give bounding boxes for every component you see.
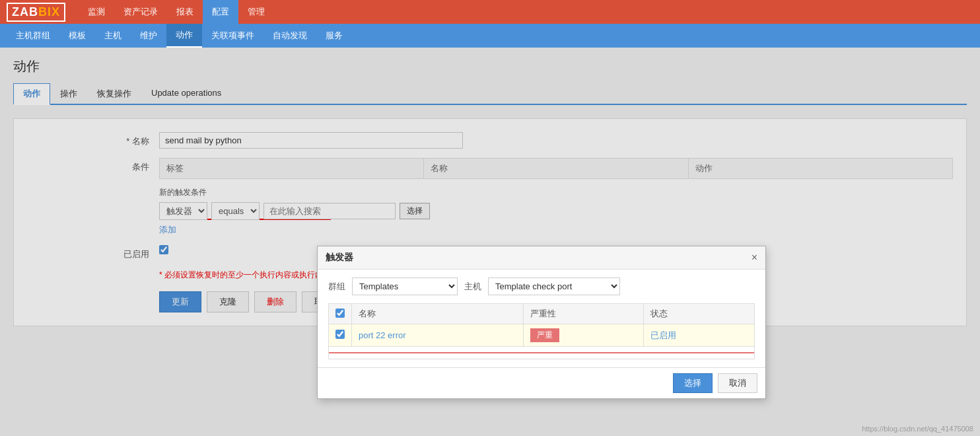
- modal-header: 触发器 ×: [318, 246, 765, 270]
- row-checkbox-cell: [329, 324, 352, 347]
- page-content: 动作 动作 操作 恢复操作 Update operations * 名称 条件 …: [0, 48, 980, 436]
- col-checkbox: [329, 304, 352, 324]
- select-all-checkbox[interactable]: [335, 309, 345, 318]
- modal-close-button[interactable]: ×: [752, 252, 757, 263]
- nav-hosts[interactable]: 主机: [95, 24, 131, 48]
- col-trigger-name: 名称: [352, 304, 524, 324]
- col-status: 状态: [643, 304, 754, 324]
- group-label: 群组: [328, 281, 345, 293]
- nav-maintenance[interactable]: 维护: [131, 24, 166, 48]
- modal-red-line: [329, 352, 754, 353]
- trigger-name-link[interactable]: port 22 error: [359, 330, 406, 340]
- host-label: 主机: [464, 281, 481, 293]
- host-select[interactable]: Template check port: [488, 277, 620, 295]
- modal-cancel-button[interactable]: 取消: [718, 373, 757, 393]
- nav-templates[interactable]: 模板: [59, 24, 95, 48]
- trigger-table: 名称 严重性 状态 port 22 error 严重: [328, 303, 755, 359]
- status-value: 已启用: [650, 330, 676, 340]
- status-cell: 已启用: [643, 324, 754, 347]
- zabbix-logo: ZABBIX: [7, 3, 65, 22]
- nav-config[interactable]: 配置: [203, 0, 238, 24]
- nav-actions[interactable]: 动作: [166, 24, 202, 48]
- severity-cell: 严重: [523, 324, 643, 347]
- modal-body: 群组 Templates 主机 Template check port 名称: [318, 270, 765, 367]
- trigger-name-cell: port 22 error: [352, 324, 524, 347]
- nav-assets[interactable]: 资产记录: [114, 0, 167, 24]
- nav-event-correlation[interactable]: 关联项事件: [202, 24, 263, 48]
- modal-filter-row: 群组 Templates 主机 Template check port: [328, 277, 755, 295]
- modal-footer: 选择 取消: [318, 367, 765, 398]
- nav-reports[interactable]: 报表: [167, 0, 203, 24]
- modal-select-button[interactable]: 选择: [673, 373, 713, 393]
- group-select[interactable]: Templates: [352, 277, 458, 295]
- table-row: port 22 error 严重 已启用: [329, 324, 755, 347]
- trigger-modal: 触发器 × 群组 Templates 主机 Template check por…: [317, 246, 766, 399]
- nav-autodiscovery[interactable]: 自动发现: [263, 24, 316, 48]
- nav-hostgroups[interactable]: 主机群组: [7, 24, 59, 48]
- nav-admin[interactable]: 管理: [238, 0, 274, 24]
- top-nav-items: 监测 资产记录 报表 配置 管理: [79, 0, 274, 24]
- modal-title: 触发器: [326, 252, 353, 264]
- severity-badge: 严重: [530, 328, 559, 342]
- nav-monitor[interactable]: 监测: [79, 0, 114, 24]
- top-navigation: ZABBIX 监测 资产记录 报表 配置 管理: [0, 0, 980, 24]
- nav-services[interactable]: 服务: [316, 24, 352, 48]
- col-severity: 严重性: [523, 304, 643, 324]
- row-checkbox[interactable]: [335, 330, 345, 339]
- second-navigation: 主机群组 模板 主机 维护 动作 关联项事件 自动发现 服务: [0, 24, 980, 48]
